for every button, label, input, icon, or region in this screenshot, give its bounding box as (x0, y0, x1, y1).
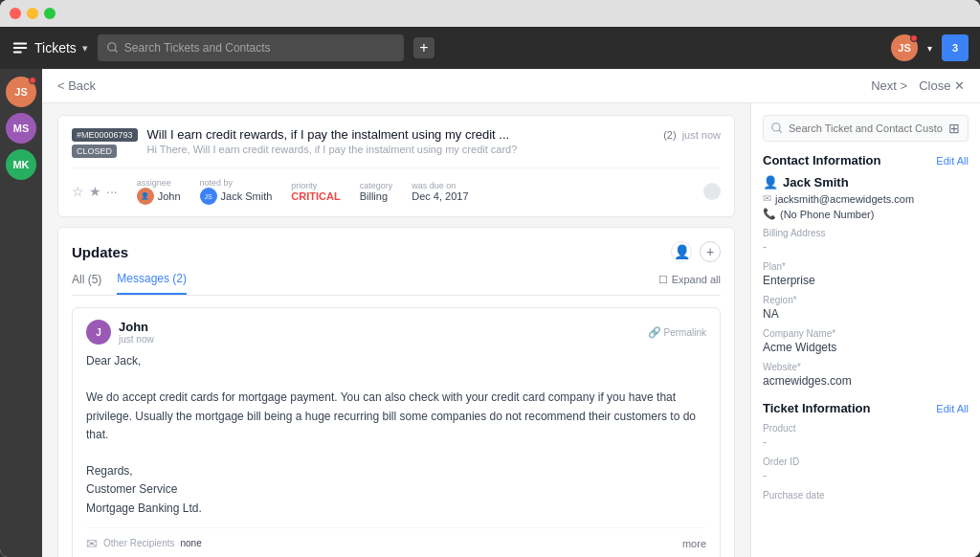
category-value: Billing (360, 190, 393, 202)
rp-search-icon (771, 123, 783, 134)
sidebar-badge-1 (29, 77, 36, 84)
updates-action-icons: 👤 + (671, 241, 721, 262)
sidebar-avatar-1[interactable]: JS (6, 77, 36, 107)
updates-section: Updates 👤 + All (5) Messages (2) ☐ E (57, 227, 735, 557)
field-region: Region* NA (763, 295, 969, 321)
topbar-right: JS ▾ 3 (891, 34, 969, 61)
add-button[interactable]: + (413, 37, 434, 58)
minimize-button[interactable] (27, 8, 38, 19)
meta-noted-by: noted by JS Jack Smith (200, 178, 273, 205)
msg-time-john: just now (119, 334, 154, 345)
tab-messages[interactable]: Messages (2) (117, 272, 187, 295)
ticket-section-header: Ticket Information Edit All (763, 401, 969, 415)
contact-section-header: Contact Information Edit All (763, 153, 969, 167)
field-plan: Plan* Enterprise (763, 261, 969, 287)
contact-edit-all[interactable]: Edit All (936, 155, 969, 167)
main-content: < Back Next > Close ✕ (42, 69, 980, 557)
tab-all[interactable]: All (5) (72, 273, 101, 294)
field-website: Website* acmewidges.com (763, 362, 969, 388)
more-button-john[interactable]: more (682, 538, 706, 549)
back-button[interactable]: < Back (57, 78, 96, 93)
ticket-header-card: #ME00006793 CLOSED Will I earn credit re… (57, 115, 735, 217)
filter-icon[interactable]: ⊞ (948, 121, 960, 136)
titlebar (0, 0, 980, 27)
ticket-title-area: Will I earn credit rewards, if I pay the… (147, 127, 721, 155)
field-billing: Billing Address - (763, 228, 969, 254)
meta-assignee: assignee 👤 John (137, 178, 181, 205)
meta-icons: ☆ ★ ··· (72, 184, 118, 199)
next-button[interactable]: Next > (871, 78, 907, 93)
app-window: Tickets ▾ Search Tickets and Contacts + … (0, 0, 980, 557)
search-icon (107, 42, 119, 54)
meta-toggle[interactable] (703, 183, 721, 200)
assignee-avatar: 👤 (137, 188, 154, 205)
assignee-value: 👤 John (137, 188, 181, 205)
close-ticket-button[interactable]: Close ✕ (919, 78, 965, 93)
ticket-title: Will I earn credit rewards, if I pay the… (147, 127, 658, 142)
maximize-button[interactable] (44, 8, 56, 19)
permalink-john[interactable]: 🔗 Permalink (648, 326, 706, 339)
notification-button[interactable]: 3 (942, 34, 969, 61)
due-date-value: Dec 4, 2017 (412, 190, 468, 202)
msg-sender-1: J John just now (86, 320, 154, 345)
phone-icon: 📞 (763, 208, 776, 220)
email-icon: ✉ (763, 192, 771, 205)
right-panel: ⊞ Contact Information Edit All 👤 Jack Sm… (750, 103, 980, 557)
meta-priority: priority CRITICAL (291, 181, 340, 202)
rp-search[interactable]: ⊞ (763, 115, 969, 142)
noted-by-value: JS Jack Smith (200, 188, 273, 205)
svg-line-6 (779, 130, 782, 133)
msg-header-1: J John just now 🔗 Permalink (86, 320, 706, 345)
ticket-count: (2) (663, 129, 676, 141)
ticket-area: #ME00006793 CLOSED Will I earn credit re… (42, 103, 980, 557)
meta-due-date: was due on Dec 4, 2017 (412, 181, 468, 202)
sidebar-avatar-3[interactable]: MK (6, 149, 36, 180)
tickets-icon (11, 39, 29, 56)
user-avatar[interactable]: JS (891, 34, 918, 61)
ticket-subtitle: Hi There, Will I earn credit rewards, if… (147, 144, 721, 155)
ticket-time: just now (682, 129, 721, 141)
sidebar-avatar-2[interactable]: MS (6, 113, 36, 144)
topbar: Tickets ▾ Search Tickets and Contacts + … (0, 27, 980, 69)
notification-badge (910, 34, 918, 42)
expand-checkbox-icon: ☐ (658, 274, 668, 286)
field-purchase-date: Purchase date (763, 490, 969, 501)
app-body: JS MS MK < Back Next > (0, 69, 980, 557)
contact-phone: 📞 (No Phone Number) (763, 208, 969, 220)
expand-all-button[interactable]: ☐ Expand all (658, 274, 721, 294)
ticket-info-section: Ticket Information Edit All Product - Or… (763, 401, 969, 501)
ticket-info-title: Ticket Information (763, 401, 870, 415)
ticket-meta: ☆ ★ ··· assignee 👤 John (72, 167, 721, 205)
recipients-john: ✉ Other Recipients none (86, 536, 202, 551)
svg-line-4 (115, 50, 118, 53)
updates-avatar-icon[interactable]: 👤 (671, 241, 692, 262)
rp-search-input[interactable] (789, 123, 943, 134)
close-button[interactable] (10, 8, 21, 19)
brand[interactable]: Tickets ▾ (11, 39, 88, 56)
svg-rect-2 (13, 52, 22, 54)
priority-value: CRITICAL (291, 190, 340, 202)
message-john: J John just now 🔗 Permalink (72, 307, 721, 557)
envelope-icon: ✉ (86, 536, 98, 551)
avatar-chevron[interactable]: ▾ (927, 43, 932, 54)
field-product: Product - (763, 423, 969, 449)
svg-rect-0 (13, 43, 27, 45)
ticket-main: #ME00006793 CLOSED Will I earn credit re… (42, 103, 750, 557)
svg-point-3 (108, 43, 116, 51)
msg-footer-john: ✉ Other Recipients none more (86, 527, 706, 551)
meta-category: category Billing (360, 181, 393, 202)
ticket-status: CLOSED (72, 145, 117, 158)
noted-by-avatar: JS (200, 188, 217, 205)
search-bar[interactable]: Search Tickets and Contacts (98, 34, 404, 61)
msg-avatar-john: J (86, 320, 111, 345)
svg-rect-1 (13, 47, 27, 49)
search-placeholder: Search Tickets and Contacts (124, 41, 271, 55)
ticket-edit-all[interactable]: Edit All (936, 403, 969, 414)
person-icon: 👤 (763, 175, 778, 189)
brand-chevron[interactable]: ▾ (82, 42, 88, 55)
updates-add-button[interactable]: + (700, 241, 721, 262)
updates-header: Updates 👤 + (72, 241, 721, 262)
sidebar: JS MS MK (0, 69, 42, 557)
msg-name-john: John (119, 320, 154, 334)
field-company: Company Name* Acme Widgets (763, 328, 969, 354)
